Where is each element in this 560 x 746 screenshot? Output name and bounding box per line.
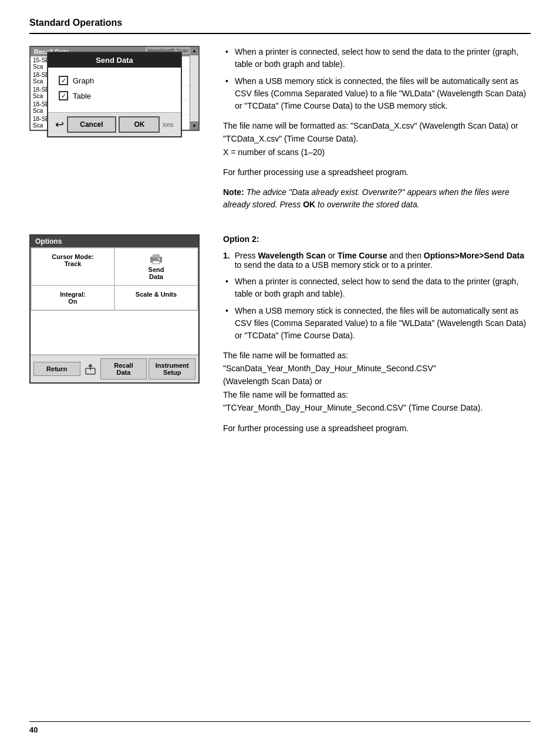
upload-icon-wrapper [82, 362, 99, 375]
send-data-body: ✓ Graph ✓ Table [48, 68, 181, 112]
ok-button[interactable]: OK [119, 116, 160, 133]
para-1: The file name will be formatted as: "Sca… [223, 119, 531, 159]
right-panel-2: Option 2: 1. Press Wavelength Scan or Ti… [223, 234, 531, 442]
svg-rect-1 [153, 254, 160, 258]
table-checkbox-label: Table [73, 92, 91, 100]
bullet-item-3: When a printer is connected, select how … [223, 275, 531, 300]
scale-units-label: Scale & Units [136, 291, 177, 298]
page-footer: 40 [29, 721, 531, 734]
options-dialog: Options Cursor Mode:Track [29, 234, 200, 384]
back-arrow-button[interactable]: ↩ [55, 118, 64, 131]
para-3: The file name will be formatted as: "Sca… [223, 349, 531, 415]
left-panel-2: Options Cursor Mode:Track [29, 234, 205, 442]
page-header: Standard Operations [29, 18, 531, 34]
scale-units-cell[interactable]: Scale & Units [114, 285, 198, 310]
options-footer: Return RecallData InstrumentSetup [31, 355, 198, 382]
graph-checkbox-label: Graph [73, 76, 94, 85]
table-checkbox[interactable]: ✓ [59, 91, 68, 100]
right-panel-1: When a printer is connected, select how … [223, 46, 531, 217]
options-body: Cursor Mode:Track SendData [31, 247, 198, 355]
page-number: 40 [29, 725, 38, 734]
scrollbar: ▲ ▼ [190, 47, 198, 130]
integral-cell: Integral:On [31, 285, 114, 310]
svg-point-3 [158, 258, 160, 260]
return-button[interactable]: Return [33, 362, 80, 376]
graph-checkbox[interactable]: ✓ [59, 76, 68, 85]
send-data-label: SendData [149, 266, 164, 280]
upload-icon [84, 362, 97, 375]
scroll-up-button[interactable]: ▲ [190, 47, 198, 55]
send-data-dialog: Send Data ✓ Graph ✓ Table ↩ Cancel [47, 52, 182, 137]
step-1-num: 1. [223, 251, 230, 270]
svg-rect-2 [153, 261, 160, 264]
cancel-button[interactable]: Cancel [67, 116, 116, 133]
options-grid: Cursor Mode:Track SendData [31, 247, 198, 311]
cursor-mode-cell: Cursor Mode:Track [31, 248, 114, 285]
recall-data-button[interactable]: RecallData [100, 358, 147, 379]
note-text: Note: The advice "Data already exist. Ov… [223, 186, 531, 211]
bullet-item-2: When a USB memory stick is connected, th… [223, 75, 531, 112]
left-panel-1: Recall Data 15-SESca 18-SESca 18-SESca 1… [29, 46, 205, 217]
send-data-icon [149, 253, 163, 265]
integral-label: Integral:On [60, 291, 85, 305]
send-data-buttons: ↩ Cancel OK ions [48, 112, 181, 136]
graph-checkbox-row: ✓ Graph [59, 76, 170, 85]
cursor-mode-label: Cursor Mode:Track [52, 253, 94, 267]
options-label-small: ions [163, 122, 173, 128]
content-row-2: Options Cursor Mode:Track [29, 234, 531, 442]
options-titlebar: Options [31, 236, 198, 247]
para-4: For further processing use a spreadsheet… [223, 422, 531, 435]
step-1: 1. Press Wavelength Scan or Time Course … [223, 251, 531, 270]
bullet-list-1: When a printer is connected, select how … [223, 46, 531, 112]
bullet-item-4: When a USB memory stick is connected, th… [223, 305, 531, 342]
options-spacer [31, 311, 198, 355]
step-1-text: Press Wavelength Scan or Time Course and… [235, 251, 531, 270]
para-2: For further processing use a spreadsheet… [223, 166, 531, 179]
recall-send-dialog: Recall Data 15-SESca 18-SESca 18-SESca 1… [29, 46, 200, 160]
bullet-item-1: When a printer is connected, select how … [223, 46, 531, 70]
content-row-1: Recall Data 15-SESca 18-SESca 18-SESca 1… [29, 46, 531, 217]
send-data-cell[interactable]: SendData [114, 248, 198, 285]
page-title: Standard Operations [29, 18, 122, 28]
option2-title: Option 2: [223, 234, 531, 244]
scroll-down-button[interactable]: ▼ [190, 122, 198, 130]
table-checkbox-row: ✓ Table [59, 91, 170, 100]
bullet-list-2: When a printer is connected, select how … [223, 275, 531, 342]
instrument-setup-button[interactable]: InstrumentSetup [149, 358, 195, 379]
scroll-track [190, 55, 198, 122]
send-data-titlebar: Send Data [48, 53, 181, 68]
